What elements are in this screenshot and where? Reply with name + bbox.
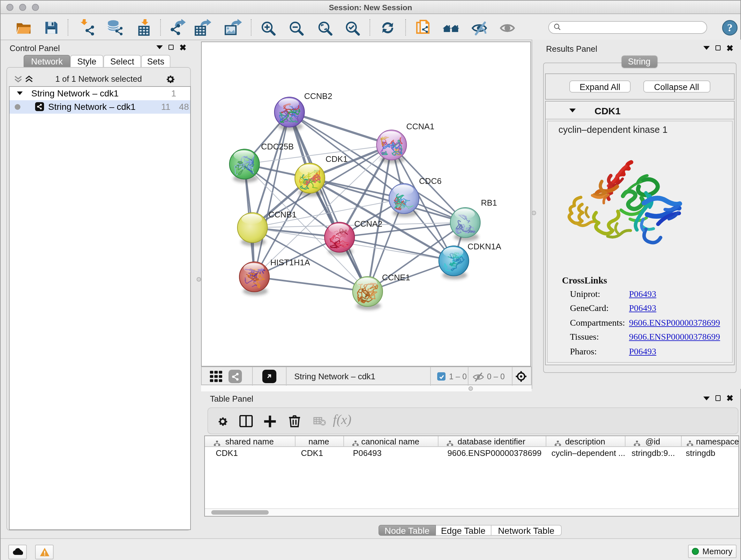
svg-text:CCNA1: CCNA1 xyxy=(406,121,434,131)
svg-text:?: ? xyxy=(727,21,732,34)
svg-text:CCNB1: CCNB1 xyxy=(268,209,296,219)
svg-text:CDKN1A: CDKN1A xyxy=(467,241,501,251)
svg-text:CDC6: CDC6 xyxy=(419,176,441,186)
svg-text:CDK1: CDK1 xyxy=(325,154,347,164)
svg-text:RB1: RB1 xyxy=(481,198,497,207)
svg-text:CCNA2: CCNA2 xyxy=(354,219,382,228)
svg-text:CCNB2: CCNB2 xyxy=(304,91,332,101)
svg-text:CDC25B: CDC25B xyxy=(261,141,293,151)
svg-text:CCNE1: CCNE1 xyxy=(382,272,410,282)
svg-text:HIST1H1A: HIST1H1A xyxy=(270,257,310,267)
